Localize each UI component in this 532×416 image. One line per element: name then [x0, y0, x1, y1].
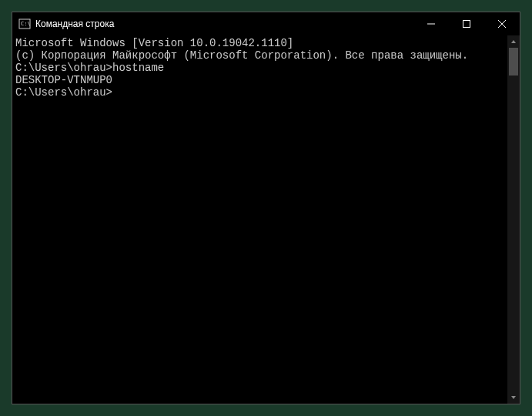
- svg-rect-3: [463, 21, 470, 28]
- hostname-output: DESKTOP-VTNMUP0: [15, 74, 504, 86]
- scrollbar-thumb[interactable]: [509, 48, 518, 75]
- minimize-button[interactable]: [413, 12, 449, 35]
- version-line: Microsoft Windows [Version 10.0.19042.11…: [15, 37, 504, 49]
- scrollbar-up-button[interactable]: [507, 35, 520, 48]
- svg-marker-6: [511, 40, 516, 43]
- svg-text:C:\: C:\: [21, 21, 31, 27]
- console-area: Microsoft Windows [Version 10.0.19042.11…: [12, 35, 520, 404]
- maximize-button[interactable]: [449, 12, 484, 35]
- svg-marker-7: [511, 396, 516, 399]
- close-button[interactable]: [484, 12, 520, 35]
- scrollbar-down-button[interactable]: [507, 391, 520, 404]
- prompt-line: C:\Users\ohrau>: [15, 86, 504, 99]
- prompt-command-line: C:\Users\ohrau>hostname: [15, 62, 504, 74]
- cmd-icon: C:\: [18, 18, 31, 30]
- vertical-scrollbar[interactable]: [507, 35, 520, 404]
- titlebar[interactable]: C:\ Командная строка: [12, 12, 520, 35]
- copyright-line: (c) Корпорация Майкрософт (Microsoft Cor…: [15, 49, 504, 62]
- window-title: Командная строка: [35, 18, 413, 29]
- command-prompt-window: C:\ Командная строка Microsoft Windows […: [12, 12, 520, 404]
- window-controls: [413, 12, 520, 35]
- console-output[interactable]: Microsoft Windows [Version 10.0.19042.11…: [12, 35, 507, 404]
